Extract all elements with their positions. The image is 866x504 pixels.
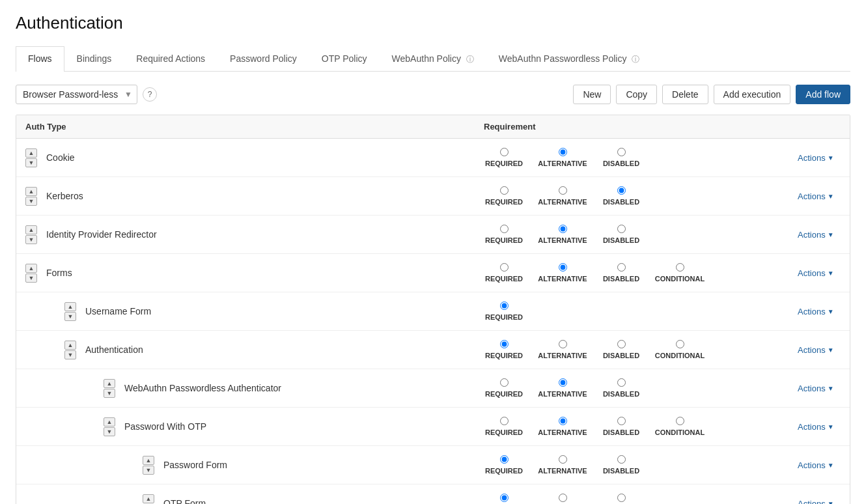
sort-down-authentication[interactable]: ▼ [64,350,76,359]
required-radio-cookie[interactable] [500,148,509,156]
sort-up-username-form[interactable]: ▲ [64,302,76,311]
alternative-radio-password-with-otp[interactable] [559,417,567,425]
required-label-kerberos: REQUIRED [485,198,523,206]
auth-type-cell-authentication: ▲▼Authentication [16,331,475,369]
requirement-cell-identity-provider-redirector: REQUIREDALTERNATIVEDISABLED [475,216,798,254]
sort-up-identity-provider-redirector[interactable]: ▲ [25,225,37,234]
delete-button[interactable]: Delete [662,85,708,104]
conditional-label-password-with-otp: CONDITIONAL [655,428,705,436]
disabled-radio-forms[interactable] [617,263,626,272]
sort-up-authentication[interactable]: ▲ [64,341,76,350]
table-row: ▲▼CookieREQUIREDALTERNATIVEDISABLEDActio… [16,139,850,177]
sort-up-webauthn-passwordless-authenticator[interactable]: ▲ [104,379,115,388]
col-requirement: Requirement [475,115,798,139]
disabled-radio-password-form[interactable] [617,455,626,464]
sort-up-cookie[interactable]: ▲ [25,148,37,158]
disabled-radio-otp-form[interactable] [617,494,626,502]
table-row: ▲▼Identity Provider RedirectorREQUIREDAL… [16,216,850,254]
alternative-radio-otp-form[interactable] [559,494,567,502]
tab-bindings[interactable]: Bindings [64,46,124,72]
conditional-radio-forms[interactable] [676,263,684,272]
conditional-col-authentication: CONDITIONAL [650,331,709,369]
alternative-radio-forms[interactable] [559,263,567,272]
new-button[interactable]: New [573,85,611,104]
alternative-label-authentication: ALTERNATIVE [538,352,587,359]
actions-chevron-authentication: ▼ [828,346,834,354]
sort-down-cookie[interactable]: ▼ [25,158,37,167]
disabled-col-webauthn-passwordless-authenticator: DISABLED [592,369,650,407]
sort-up-forms[interactable]: ▲ [25,264,37,273]
required-label-password-with-otp: REQUIRED [485,428,523,436]
tab-webauthn-passwordless-policy[interactable]: WebAuthn Passwordless Policy ⓘ [486,46,652,72]
required-label-username-form: REQUIRED [485,313,523,321]
auth-name-kerberos: Kerberos [46,191,83,201]
requirement-cell-webauthn-passwordless-authenticator: REQUIREDALTERNATIVEDISABLED [475,369,798,408]
actions-dropdown-authentication[interactable]: Actions ▼ [798,345,841,355]
required-radio-webauthn-passwordless-authenticator[interactable] [500,378,509,387]
disabled-radio-webauthn-passwordless-authenticator[interactable] [617,378,626,387]
conditional-radio-authentication[interactable] [676,340,684,348]
actions-dropdown-kerberos[interactable]: Actions ▼ [798,191,841,201]
auth-name-webauthn-passwordless-authenticator: WebAuthn Passwordless Authenticator [124,383,281,393]
actions-dropdown-forms[interactable]: Actions ▼ [798,268,841,278]
tab-otp-policy[interactable]: OTP Policy [309,46,380,72]
sort-down-kerberos[interactable]: ▼ [25,197,37,206]
sort-up-kerberos[interactable]: ▲ [25,187,37,196]
required-col-webauthn-passwordless-authenticator: REQUIRED [475,369,533,407]
actions-dropdown-otp-form[interactable]: Actions ▼ [798,499,841,505]
tab-required-actions[interactable]: Required Actions [124,46,217,72]
required-radio-password-with-otp[interactable] [500,417,509,425]
sort-down-username-form[interactable]: ▼ [64,312,76,321]
required-radio-forms[interactable] [500,263,509,272]
alternative-radio-authentication[interactable] [559,340,567,348]
actions-dropdown-password-form[interactable]: Actions ▼ [798,460,841,470]
required-radio-username-form[interactable] [500,301,509,310]
auth-type-cell-webauthn-passwordless-authenticator: ▲▼WebAuthn Passwordless Authenticator [16,369,475,408]
disabled-label-password-with-otp: DISABLED [603,428,639,436]
actions-dropdown-username-form[interactable]: Actions ▼ [798,307,841,316]
actions-dropdown-webauthn-passwordless-authenticator[interactable]: Actions ▼ [798,384,841,393]
flow-select[interactable]: Browser Password-less Browser Direct Gra… [16,85,137,104]
sort-down-password-form[interactable]: ▼ [143,466,154,475]
disabled-radio-cookie[interactable] [617,148,626,156]
disabled-radio-authentication[interactable] [617,340,626,348]
actions-dropdown-cookie[interactable]: Actions ▼ [798,153,841,163]
required-col-password-with-otp: REQUIRED [475,408,533,445]
actions-dropdown-password-with-otp[interactable]: Actions ▼ [798,422,841,432]
tab-password-policy[interactable]: Password Policy [217,46,309,72]
required-label-identity-provider-redirector: REQUIRED [485,236,523,244]
sort-down-password-with-otp[interactable]: ▼ [104,427,115,436]
sort-buttons-cookie: ▲▼ [25,148,37,167]
required-radio-authentication[interactable] [500,340,509,348]
add-flow-button[interactable]: Add flow [796,85,850,104]
sort-down-webauthn-passwordless-authenticator[interactable]: ▼ [104,389,115,398]
disabled-label-cookie: DISABLED [603,160,639,167]
sort-up-password-with-otp[interactable]: ▲ [104,417,115,427]
conditional-radio-password-with-otp[interactable] [676,417,684,425]
alternative-radio-cookie[interactable] [559,148,567,156]
alternative-radio-password-form[interactable] [559,455,567,464]
toolbar-help-button[interactable]: ? [143,87,157,102]
alternative-radio-kerberos[interactable] [559,186,567,195]
required-radio-otp-form[interactable] [500,494,509,502]
tab-flows[interactable]: Flows [16,46,64,72]
required-radio-password-form[interactable] [500,455,509,464]
disabled-radio-kerberos[interactable] [617,186,626,195]
conditional-col-password-with-otp: CONDITIONAL [650,408,709,445]
sort-down-identity-provider-redirector[interactable]: ▼ [25,235,37,244]
actions-cell-authentication: Actions ▼ [798,331,850,369]
sort-up-otp-form[interactable]: ▲ [143,494,154,503]
actions-dropdown-identity-provider-redirector[interactable]: Actions ▼ [798,230,841,240]
tab-webauthn-policy[interactable]: WebAuthn Policy ⓘ [380,46,486,72]
disabled-radio-identity-provider-redirector[interactable] [617,225,626,233]
disabled-label-authentication: DISABLED [603,352,639,359]
required-radio-kerberos[interactable] [500,186,509,195]
sort-down-forms[interactable]: ▼ [25,273,37,283]
alternative-radio-webauthn-passwordless-authenticator[interactable] [559,378,567,387]
disabled-radio-password-with-otp[interactable] [617,417,626,425]
add-execution-button[interactable]: Add execution [714,85,791,104]
alternative-radio-identity-provider-redirector[interactable] [559,225,567,233]
copy-button[interactable]: Copy [616,85,657,104]
sort-up-password-form[interactable]: ▲ [143,456,154,465]
required-radio-identity-provider-redirector[interactable] [500,225,509,233]
